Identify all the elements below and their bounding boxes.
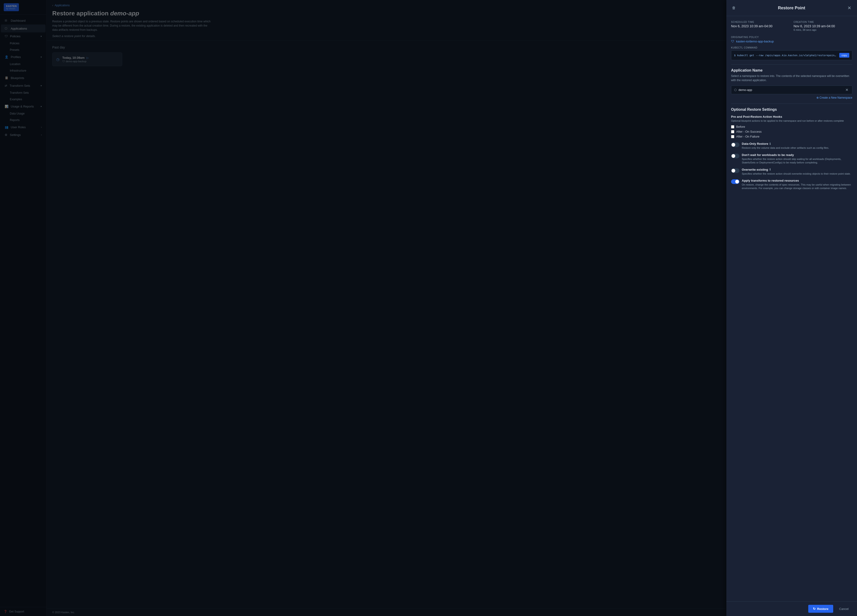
overwrite-toggle[interactable] — [731, 168, 739, 173]
namespace-icon: ⬡ — [734, 88, 736, 92]
data-only-desc: Restore only the volume data and exclude… — [742, 146, 829, 150]
scheduled-time-label: SCHEDULED TIME — [731, 21, 790, 23]
restore-spinner-icon: ↻ — [813, 607, 816, 611]
app-name-heading: Application Name — [731, 68, 852, 73]
namespace-value: demo-app — [738, 88, 843, 92]
overwrite-toggle-content: Overwrite existing ℹ Specifies whether t… — [742, 168, 851, 176]
checkbox-after-failure-label: After - On Failure — [736, 135, 760, 138]
modal-title: Restore Point — [778, 6, 805, 11]
app-name-desc: Select a namespace to restore into. The … — [731, 74, 852, 82]
apply-transforms-toggle-knob — [735, 180, 739, 184]
policy-icon: 🛡 — [731, 39, 734, 43]
data-only-info-icon[interactable]: ℹ — [770, 142, 771, 145]
kubectl-section: KUBECTL COMMAND $ kubectl get --raw /api… — [731, 46, 852, 60]
dont-wait-toggle-item: Don't wait for workloads to be ready Spe… — [731, 153, 852, 165]
data-only-toggle-item: Data-Only Restore ℹ Restore only the vol… — [731, 142, 852, 150]
modal-header: 🗑 Restore Point ✕ — [726, 0, 857, 16]
data-only-toggle[interactable] — [731, 142, 739, 147]
apply-transforms-toggle[interactable] — [731, 179, 739, 184]
divider-2 — [731, 103, 852, 104]
checkbox-after-success-input[interactable] — [731, 130, 734, 133]
kubectl-label: KUBECTL COMMAND — [731, 46, 852, 49]
toggles-section: Data-Only Restore ℹ Restore only the vol… — [731, 142, 852, 190]
creation-time-value: Nov 6, 2023 10:39 am-04:00 — [794, 24, 852, 28]
checkbox-after-failure[interactable]: After - On Failure — [731, 135, 852, 138]
namespace-clear-button[interactable]: ✕ — [845, 88, 849, 92]
data-only-toggle-knob — [732, 143, 735, 147]
optional-settings-heading: Optional Restore Settings — [731, 108, 852, 112]
apply-transforms-toggle-item: Apply transforms to restored resources O… — [731, 179, 852, 190]
create-namespace-link[interactable]: ⊕ Create a New Namespace — [817, 96, 852, 99]
creation-time-ago: 6 mins, 38 secs ago — [794, 28, 852, 31]
apply-transforms-label: Apply transforms to restored resources — [742, 179, 852, 182]
overwrite-info-icon[interactable]: ℹ — [770, 168, 771, 171]
kubectl-command-box: $ kubectl get --raw /apis/apps.kio.kaste… — [731, 50, 852, 60]
dont-wait-label: Don't wait for workloads to be ready — [742, 153, 852, 157]
scheduled-time-section: SCHEDULED TIME Nov 6, 2023 10:39 am-04:0… — [731, 21, 790, 31]
namespace-field[interactable]: ⬡ demo-app ✕ — [731, 86, 852, 94]
dont-wait-toggle-content: Don't wait for workloads to be ready Spe… — [742, 153, 852, 165]
modal-header-left: 🗑 — [731, 5, 736, 11]
checkbox-before[interactable]: Before — [731, 125, 852, 128]
kubectl-command-text: $ kubectl get --raw /apis/apps.kio.kaste… — [734, 54, 837, 57]
hooks-title: Pre and Post-Restore Action Hooks — [731, 115, 852, 119]
divider-1 — [731, 64, 852, 65]
modal-overlay: 🗑 Restore Point ✕ SCHEDULED TIME Nov 6, … — [0, 0, 857, 616]
overwrite-label: Overwrite existing ℹ — [742, 168, 851, 171]
originating-policy-section: ORIGINATING POLICY 🛡 kasten-io/demo-app-… — [731, 36, 852, 43]
time-info-grid: SCHEDULED TIME Nov 6, 2023 10:39 am-04:0… — [731, 21, 852, 31]
overwrite-desc: Specifies whether the restore action sho… — [742, 172, 851, 176]
creation-time-label: CREATION TIME — [794, 21, 852, 23]
copy-kubectl-button[interactable]: copy — [839, 53, 849, 57]
restore-button-label: Restore — [817, 607, 828, 611]
close-button[interactable]: ✕ — [846, 4, 852, 12]
optional-settings-section: Optional Restore Settings Pre and Post-R… — [731, 108, 852, 190]
app-name-section: Application Name Select a namespace to r… — [731, 68, 852, 99]
cancel-button[interactable]: Cancel — [835, 605, 852, 613]
restore-point-modal: 🗑 Restore Point ✕ SCHEDULED TIME Nov 6, … — [726, 0, 857, 616]
originating-policy-label: ORIGINATING POLICY — [731, 36, 852, 39]
checkbox-after-success-label: After - On Success — [736, 130, 762, 133]
data-only-toggle-content: Data-Only Restore ℹ Restore only the vol… — [742, 142, 829, 150]
delete-button[interactable]: 🗑 — [731, 5, 736, 11]
apply-transforms-desc: On restore, change the contents of spec … — [742, 183, 852, 190]
restore-button[interactable]: ↻ Restore — [808, 605, 833, 613]
scheduled-time-value: Nov 6, 2023 10:39 am-04:00 — [731, 24, 790, 28]
modal-footer: ↻ Restore Cancel — [726, 601, 857, 616]
hooks-section: Pre and Post-Restore Action Hooks Option… — [731, 115, 852, 138]
policy-reference: 🛡 kasten-io/demo-app-backup — [731, 39, 852, 43]
modal-body: SCHEDULED TIME Nov 6, 2023 10:39 am-04:0… — [726, 16, 857, 601]
hooks-checkboxes: Before After - On Success After - On Fai… — [731, 125, 852, 138]
dont-wait-toggle-knob — [732, 154, 735, 158]
create-namespace-link-area: ⊕ Create a New Namespace — [731, 96, 852, 99]
apply-transforms-toggle-content: Apply transforms to restored resources O… — [742, 179, 852, 190]
hooks-description: Optional blueprint actions to be applied… — [731, 119, 852, 123]
data-only-label: Data-Only Restore ℹ — [742, 142, 829, 145]
overwrite-toggle-item: Overwrite existing ℹ Specifies whether t… — [731, 168, 852, 176]
overwrite-toggle-knob — [732, 169, 735, 173]
dont-wait-desc: Specifies whether the restore action sho… — [742, 157, 852, 165]
checkbox-after-success[interactable]: After - On Success — [731, 130, 852, 133]
checkbox-after-failure-input[interactable] — [731, 135, 734, 138]
checkbox-before-input[interactable] — [731, 125, 734, 128]
checkbox-before-label: Before — [736, 125, 745, 128]
policy-value: kasten-io/demo-app-backup — [736, 40, 774, 43]
dont-wait-toggle[interactable] — [731, 154, 739, 158]
creation-time-section: CREATION TIME Nov 6, 2023 10:39 am-04:00… — [794, 21, 852, 31]
